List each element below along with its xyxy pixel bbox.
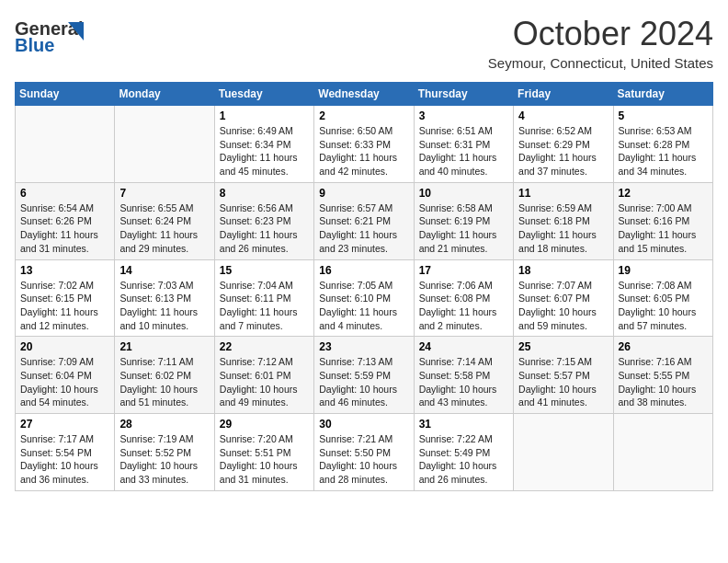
calendar-cell: 12Sunrise: 7:00 AMSunset: 6:16 PMDayligh… <box>613 182 712 259</box>
calendar-cell: 10Sunrise: 6:58 AMSunset: 6:19 PMDayligh… <box>414 182 513 259</box>
day-info: Sunrise: 7:03 AMSunset: 6:13 PMDaylight:… <box>119 279 209 333</box>
day-info: Sunrise: 7:00 AMSunset: 6:16 PMDaylight:… <box>619 201 708 256</box>
day-number: 15 <box>220 264 309 277</box>
weekday-header-friday: Friday <box>514 83 613 106</box>
calendar-cell: 11Sunrise: 6:59 AMSunset: 6:18 PMDayligh… <box>514 182 613 259</box>
day-info: Sunrise: 7:06 AMSunset: 6:08 PMDaylight:… <box>419 279 508 333</box>
day-info: Sunrise: 7:09 AMSunset: 6:04 PMDaylight:… <box>20 355 109 409</box>
weekday-header-monday: Monday <box>115 83 214 106</box>
calendar-cell: 27Sunrise: 7:17 AMSunset: 5:54 PMDayligh… <box>16 414 115 491</box>
calendar-cell: 25Sunrise: 7:15 AMSunset: 5:57 PMDayligh… <box>514 337 613 414</box>
calendar-cell: 14Sunrise: 7:03 AMSunset: 6:13 PMDayligh… <box>115 259 214 337</box>
calendar-cell: 1Sunrise: 6:49 AMSunset: 6:34 PMDaylight… <box>214 106 313 183</box>
location-title: Seymour, Connecticut, United States <box>488 55 713 71</box>
day-info: Sunrise: 6:50 AMSunset: 6:33 PMDaylight:… <box>319 124 408 178</box>
page-header: General Blue October 2024 Seymour, Conne… <box>15 15 713 71</box>
title-section: October 2024 Seymour, Connecticut, Unite… <box>488 15 713 71</box>
calendar-cell: 16Sunrise: 7:05 AMSunset: 6:10 PMDayligh… <box>314 259 414 337</box>
calendar-cell: 21Sunrise: 7:11 AMSunset: 6:02 PMDayligh… <box>115 337 214 414</box>
day-number: 5 <box>619 109 708 122</box>
day-info: Sunrise: 7:16 AMSunset: 5:55 PMDaylight:… <box>619 355 708 409</box>
calendar-cell <box>115 106 214 183</box>
calendar-week-1: 1Sunrise: 6:49 AMSunset: 6:34 PMDaylight… <box>16 106 713 183</box>
day-number: 17 <box>419 264 508 277</box>
day-number: 11 <box>518 187 608 200</box>
day-info: Sunrise: 6:55 AMSunset: 6:24 PMDaylight:… <box>119 201 209 256</box>
day-number: 16 <box>319 264 408 277</box>
calendar-cell: 23Sunrise: 7:13 AMSunset: 5:59 PMDayligh… <box>314 337 414 414</box>
day-info: Sunrise: 7:05 AMSunset: 6:10 PMDaylight:… <box>319 279 408 333</box>
day-info: Sunrise: 7:21 AMSunset: 5:50 PMDaylight:… <box>319 432 408 487</box>
day-info: Sunrise: 7:13 AMSunset: 5:59 PMDaylight:… <box>319 355 408 409</box>
day-number: 20 <box>20 340 109 353</box>
day-info: Sunrise: 7:07 AMSunset: 6:07 PMDaylight:… <box>518 279 608 333</box>
day-number: 25 <box>518 340 608 353</box>
day-number: 12 <box>619 187 708 200</box>
weekday-header-wednesday: Wednesday <box>314 83 414 106</box>
calendar-cell: 8Sunrise: 6:56 AMSunset: 6:23 PMDaylight… <box>214 182 313 259</box>
calendar-cell: 31Sunrise: 7:22 AMSunset: 5:49 PMDayligh… <box>414 414 513 491</box>
calendar-cell: 7Sunrise: 6:55 AMSunset: 6:24 PMDaylight… <box>115 182 214 259</box>
day-number: 2 <box>319 109 408 122</box>
day-info: Sunrise: 7:20 AMSunset: 5:51 PMDaylight:… <box>220 432 309 487</box>
calendar-cell: 26Sunrise: 7:16 AMSunset: 5:55 PMDayligh… <box>613 337 712 414</box>
calendar-week-2: 6Sunrise: 6:54 AMSunset: 6:26 PMDaylight… <box>16 182 713 259</box>
day-number: 24 <box>419 340 508 353</box>
day-info: Sunrise: 7:19 AMSunset: 5:52 PMDaylight:… <box>119 432 209 487</box>
day-number: 19 <box>619 264 708 277</box>
day-number: 4 <box>518 109 608 122</box>
calendar-cell <box>16 106 115 183</box>
calendar-cell: 17Sunrise: 7:06 AMSunset: 6:08 PMDayligh… <box>414 259 513 337</box>
day-number: 6 <box>20 187 109 200</box>
day-number: 21 <box>119 340 209 353</box>
day-info: Sunrise: 7:08 AMSunset: 6:05 PMDaylight:… <box>619 279 708 333</box>
day-number: 9 <box>319 187 408 200</box>
calendar-cell: 19Sunrise: 7:08 AMSunset: 6:05 PMDayligh… <box>613 259 712 337</box>
day-info: Sunrise: 6:54 AMSunset: 6:26 PMDaylight:… <box>20 201 109 256</box>
calendar-cell: 28Sunrise: 7:19 AMSunset: 5:52 PMDayligh… <box>115 414 214 491</box>
day-number: 27 <box>20 418 109 431</box>
calendar-cell: 15Sunrise: 7:04 AMSunset: 6:11 PMDayligh… <box>214 259 313 337</box>
day-info: Sunrise: 6:56 AMSunset: 6:23 PMDaylight:… <box>220 201 309 256</box>
day-info: Sunrise: 6:59 AMSunset: 6:18 PMDaylight:… <box>518 201 608 256</box>
day-info: Sunrise: 7:04 AMSunset: 6:11 PMDaylight:… <box>220 279 309 333</box>
calendar-cell: 13Sunrise: 7:02 AMSunset: 6:15 PMDayligh… <box>16 259 115 337</box>
weekday-header-thursday: Thursday <box>414 83 513 106</box>
weekday-header-tuesday: Tuesday <box>214 83 313 106</box>
day-number: 13 <box>20 264 109 277</box>
day-info: Sunrise: 6:57 AMSunset: 6:21 PMDaylight:… <box>319 201 408 256</box>
calendar-cell: 2Sunrise: 6:50 AMSunset: 6:33 PMDaylight… <box>314 106 414 183</box>
calendar-cell: 29Sunrise: 7:20 AMSunset: 5:51 PMDayligh… <box>214 414 313 491</box>
day-number: 23 <box>319 340 408 353</box>
calendar-cell: 30Sunrise: 7:21 AMSunset: 5:50 PMDayligh… <box>314 414 414 491</box>
day-number: 18 <box>518 264 608 277</box>
day-number: 8 <box>220 187 309 200</box>
day-number: 26 <box>619 340 708 353</box>
day-info: Sunrise: 6:58 AMSunset: 6:19 PMDaylight:… <box>419 201 508 256</box>
calendar-cell: 20Sunrise: 7:09 AMSunset: 6:04 PMDayligh… <box>16 337 115 414</box>
day-info: Sunrise: 7:11 AMSunset: 6:02 PMDaylight:… <box>119 355 209 409</box>
day-number: 28 <box>119 418 209 431</box>
day-info: Sunrise: 7:22 AMSunset: 5:49 PMDaylight:… <box>419 432 508 487</box>
day-number: 29 <box>220 418 309 431</box>
calendar-cell: 9Sunrise: 6:57 AMSunset: 6:21 PMDaylight… <box>314 182 414 259</box>
day-number: 1 <box>220 109 309 122</box>
day-info: Sunrise: 6:53 AMSunset: 6:28 PMDaylight:… <box>619 124 708 178</box>
weekday-header-saturday: Saturday <box>613 83 712 106</box>
calendar-week-3: 13Sunrise: 7:02 AMSunset: 6:15 PMDayligh… <box>16 259 713 337</box>
calendar-cell <box>613 414 712 491</box>
calendar-cell: 4Sunrise: 6:52 AMSunset: 6:29 PMDaylight… <box>514 106 613 183</box>
day-info: Sunrise: 6:49 AMSunset: 6:34 PMDaylight:… <box>220 124 309 178</box>
calendar-cell: 22Sunrise: 7:12 AMSunset: 6:01 PMDayligh… <box>214 337 313 414</box>
day-info: Sunrise: 6:51 AMSunset: 6:31 PMDaylight:… <box>419 124 508 178</box>
day-number: 14 <box>119 264 209 277</box>
day-info: Sunrise: 6:52 AMSunset: 6:29 PMDaylight:… <box>518 124 608 178</box>
calendar-cell: 6Sunrise: 6:54 AMSunset: 6:26 PMDaylight… <box>16 182 115 259</box>
svg-text:Blue: Blue <box>15 35 54 55</box>
day-number: 30 <box>319 418 408 431</box>
calendar-cell: 18Sunrise: 7:07 AMSunset: 6:07 PMDayligh… <box>514 259 613 337</box>
day-info: Sunrise: 7:14 AMSunset: 5:58 PMDaylight:… <box>419 355 508 409</box>
day-info: Sunrise: 7:02 AMSunset: 6:15 PMDaylight:… <box>20 279 109 333</box>
day-number: 10 <box>419 187 508 200</box>
day-number: 7 <box>119 187 209 200</box>
